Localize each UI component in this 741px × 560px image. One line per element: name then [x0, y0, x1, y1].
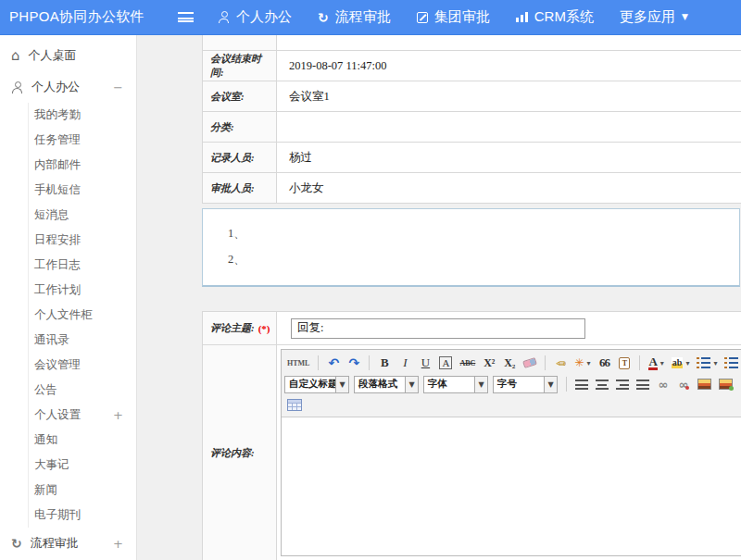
- insert-link-icon[interactable]: ∞: [654, 376, 672, 393]
- sidebar-item-short-message[interactable]: 短消息: [1, 203, 136, 228]
- sidebar-item-schedule[interactable]: 日程安排: [1, 228, 136, 253]
- insert-table-icon[interactable]: [284, 396, 305, 414]
- italic-icon[interactable]: I: [396, 355, 414, 372]
- table-row: 会议室: 会议室1: [203, 81, 741, 112]
- font-size-select[interactable]: 字号 ▼: [493, 376, 558, 393]
- field-label: [203, 35, 277, 50]
- char-border-icon[interactable]: A: [436, 355, 455, 372]
- blockquote-icon[interactable]: 66: [595, 355, 613, 372]
- nav-crm-system[interactable]: CRM系统: [516, 8, 594, 26]
- quick-format-icon[interactable]: ✳: [571, 355, 593, 372]
- redo-icon[interactable]: ↷: [345, 355, 363, 372]
- table-row: 审批人员: 小龙女: [203, 173, 741, 204]
- expand-icon[interactable]: +: [113, 537, 123, 551]
- bar-chart-icon: [516, 12, 528, 22]
- field-value: 小龙女: [277, 173, 741, 203]
- sidebar-item-task-management[interactable]: 任务管理: [1, 128, 136, 153]
- superscript-icon[interactable]: X²: [480, 355, 498, 372]
- sidebar-item-announcement[interactable]: 公告: [1, 378, 136, 403]
- sidebar-item-label: 工作计划: [34, 282, 81, 298]
- sidebar-item-major-events[interactable]: 大事记: [1, 453, 136, 478]
- subscript-icon[interactable]: X₂: [500, 355, 519, 372]
- sidebar-item-notice[interactable]: 通知: [1, 428, 136, 453]
- unlink-glyph: ∞: [679, 379, 689, 391]
- align-center-glyph: [596, 380, 609, 390]
- app-logo[interactable]: PHPOA协同办公软件: [0, 8, 178, 26]
- nav-personal-office[interactable]: 个人办公: [218, 8, 292, 26]
- brush-glyph: ✏: [556, 357, 566, 369]
- field-label: 会议室:: [203, 81, 277, 111]
- sidebar-item-contacts[interactable]: 通讯录: [1, 328, 136, 353]
- comment-subject-input[interactable]: [291, 318, 585, 339]
- toolbar-row-1: HTML ↶ ↷ B I U A ABC X² X₂: [284, 352, 741, 374]
- table-glyph: [287, 399, 302, 411]
- caret-down-icon: ▼: [544, 377, 557, 392]
- align-justify-icon[interactable]: [634, 376, 652, 393]
- nav-workflow-approval[interactable]: ↻ 流程审批: [318, 8, 391, 26]
- net-image-icon[interactable]: [716, 376, 735, 393]
- font-color-icon[interactable]: A: [646, 355, 666, 372]
- unordered-list-icon[interactable]: [722, 355, 741, 372]
- person-icon: [11, 81, 23, 93]
- sidebar-item-work-log[interactable]: 工作日志: [1, 253, 136, 278]
- sidebar-item-label: 流程审批: [31, 535, 79, 552]
- sidebar-item-mobile-sms[interactable]: 手机短信: [1, 178, 136, 203]
- align-left-icon[interactable]: [572, 376, 591, 393]
- remove-format-icon[interactable]: [521, 355, 539, 372]
- sidebar-item-personal-desktop[interactable]: ⌂ 个人桌面: [0, 40, 136, 71]
- highlight-color-icon[interactable]: ab: [669, 355, 693, 372]
- nav-more-apps[interactable]: 更多应用 ▼: [620, 8, 688, 26]
- sidebar-item-personal-files[interactable]: 个人文件柜: [1, 303, 136, 328]
- link-glyph: ∞: [659, 379, 669, 391]
- bold-icon[interactable]: B: [375, 355, 394, 372]
- paste-as-text-icon[interactable]: T: [615, 355, 634, 372]
- editor-content-area[interactable]: [282, 417, 741, 555]
- insert-image-icon[interactable]: [695, 376, 714, 393]
- toolbar-separator: [545, 355, 546, 370]
- format-brush-icon[interactable]: ✏: [551, 355, 570, 372]
- hamburger-menu-icon[interactable]: [178, 12, 194, 22]
- underline-icon[interactable]: U: [416, 355, 434, 372]
- nav-group-approval[interactable]: 集团审批: [417, 8, 490, 26]
- toolbar-separator: [566, 377, 567, 392]
- comment-subject-row: 评论主题: (*): [203, 312, 741, 345]
- align-center-icon[interactable]: [593, 376, 611, 393]
- sidebar-item-work-plan[interactable]: 工作计划: [1, 278, 136, 303]
- align-right-icon[interactable]: [613, 376, 632, 393]
- field-value: 杨过: [277, 143, 741, 172]
- ordered-list-icon[interactable]: [694, 355, 720, 372]
- sidebar-item-my-attendance[interactable]: 我的考勤: [1, 103, 136, 128]
- heading-select[interactable]: 自定义标题 ▼: [284, 376, 349, 393]
- net-image-glyph: [719, 379, 733, 390]
- paragraph-format-select[interactable]: 段落格式 ▼: [354, 376, 419, 393]
- rich-text-editor: HTML ↶ ↷ B I U A ABC X² X₂: [281, 349, 741, 556]
- sidebar-item-label: 会议管理: [34, 357, 81, 373]
- sidebar-item-news[interactable]: 新闻: [1, 478, 136, 503]
- sidebar-item-label: 公告: [34, 382, 57, 398]
- main-content: 会议结束时间: 2019-08-07 11:47:00 会议室: 会议室1 分类…: [138, 35, 741, 560]
- caret-down-icon: ▼: [335, 377, 348, 392]
- sidebar-item-internal-mail[interactable]: 内部邮件: [1, 153, 136, 178]
- required-marker: (*): [258, 323, 270, 334]
- expand-icon[interactable]: +: [113, 408, 123, 422]
- table-row: 分类:: [203, 112, 741, 143]
- eraser-icon: [522, 357, 537, 368]
- sidebar-item-label: 个人桌面: [29, 47, 77, 64]
- sidebar-item-e-journal[interactable]: 电子期刊: [1, 503, 136, 528]
- sidebar-item-personal-office[interactable]: 个人办公 −: [0, 71, 136, 103]
- image-glyph: [697, 379, 711, 390]
- undo-icon[interactable]: ↶: [324, 355, 343, 372]
- field-label: 会议结束时间:: [203, 51, 277, 81]
- collapse-icon[interactable]: −: [113, 81, 123, 94]
- caret-down-icon: ▼: [474, 377, 487, 392]
- sidebar-item-label: 新闻: [34, 482, 57, 498]
- strikethrough-icon[interactable]: ABC: [457, 355, 478, 372]
- html-source-button[interactable]: HTML: [284, 355, 312, 372]
- sidebar-item-meeting-management[interactable]: 会议管理: [1, 353, 136, 378]
- sidebar-item-workflow-approval[interactable]: ↻ 流程审批 +: [0, 528, 136, 559]
- remove-link-icon[interactable]: ∞: [674, 376, 693, 393]
- insert-media-icon[interactable]: [737, 376, 741, 393]
- font-family-select[interactable]: 字体 ▼: [423, 376, 488, 393]
- sidebar-item-personal-settings[interactable]: 个人设置 +: [1, 403, 136, 428]
- ordered-list-glyph: [697, 357, 710, 368]
